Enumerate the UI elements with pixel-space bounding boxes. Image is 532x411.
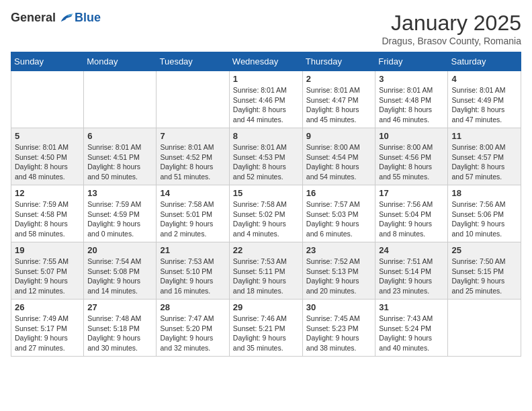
calendar-week-row: 1Sunrise: 8:01 AM Sunset: 4:46 PM Daylig… (11, 71, 521, 128)
calendar-cell: 24Sunrise: 7:51 AM Sunset: 5:14 PM Dayli… (375, 242, 448, 300)
day-number: 22 (233, 245, 299, 255)
calendar-week-row: 19Sunrise: 7:55 AM Sunset: 5:07 PM Dayli… (11, 242, 521, 300)
day-info: Sunrise: 7:50 AM Sunset: 5:15 PM Dayligh… (451, 257, 517, 296)
day-number: 14 (160, 188, 225, 198)
calendar-cell: 16Sunrise: 7:57 AM Sunset: 5:03 PM Dayli… (302, 185, 375, 242)
calendar-cell: 30Sunrise: 7:45 AM Sunset: 5:23 PM Dayli… (302, 300, 375, 357)
day-info: Sunrise: 7:53 AM Sunset: 5:11 PM Dayligh… (233, 257, 299, 296)
calendar-table: SundayMondayTuesdayWednesdayThursdayFrid… (11, 52, 521, 357)
calendar-cell: 7Sunrise: 8:01 AM Sunset: 4:52 PM Daylig… (157, 128, 229, 185)
day-number: 27 (87, 302, 152, 312)
day-info: Sunrise: 7:58 AM Sunset: 5:01 PM Dayligh… (160, 199, 225, 239)
calendar-cell: 29Sunrise: 7:46 AM Sunset: 5:21 PM Dayli… (229, 300, 302, 357)
day-info: Sunrise: 8:01 AM Sunset: 4:51 PM Dayligh… (87, 142, 152, 182)
day-number: 20 (87, 245, 152, 255)
day-number: 18 (451, 188, 517, 198)
day-info: Sunrise: 7:52 AM Sunset: 5:13 PM Dayligh… (306, 257, 372, 296)
day-info: Sunrise: 7:59 AM Sunset: 4:59 PM Dayligh… (87, 199, 152, 239)
day-number: 24 (379, 245, 444, 255)
day-number: 15 (233, 188, 299, 198)
calendar-cell (157, 71, 229, 128)
page-header: General Blue January 2025 Dragus, Brasov… (11, 11, 521, 46)
day-info: Sunrise: 8:01 AM Sunset: 4:53 PM Dayligh… (233, 142, 299, 182)
calendar-cell (11, 71, 84, 128)
day-number: 28 (160, 302, 225, 312)
calendar-cell: 5Sunrise: 8:01 AM Sunset: 4:50 PM Daylig… (11, 128, 84, 185)
calendar-cell: 10Sunrise: 8:00 AM Sunset: 4:56 PM Dayli… (375, 128, 448, 185)
day-info: Sunrise: 8:01 AM Sunset: 4:50 PM Dayligh… (15, 142, 80, 182)
day-info: Sunrise: 8:01 AM Sunset: 4:47 PM Dayligh… (306, 85, 372, 125)
weekday-header-thursday: Thursday (302, 52, 375, 71)
day-info: Sunrise: 7:57 AM Sunset: 5:03 PM Dayligh… (306, 199, 372, 239)
day-number: 5 (15, 131, 80, 141)
calendar-cell: 28Sunrise: 7:47 AM Sunset: 5:20 PM Dayli… (157, 300, 229, 357)
calendar-cell: 21Sunrise: 7:53 AM Sunset: 5:10 PM Dayli… (157, 242, 229, 300)
calendar-cell: 2Sunrise: 8:01 AM Sunset: 4:47 PM Daylig… (302, 71, 375, 128)
calendar-cell: 11Sunrise: 8:00 AM Sunset: 4:57 PM Dayli… (448, 128, 521, 185)
day-info: Sunrise: 7:56 AM Sunset: 5:06 PM Dayligh… (451, 199, 517, 239)
day-info: Sunrise: 8:00 AM Sunset: 4:54 PM Dayligh… (306, 142, 372, 182)
calendar-cell: 9Sunrise: 8:00 AM Sunset: 4:54 PM Daylig… (302, 128, 375, 185)
weekday-header-monday: Monday (84, 52, 157, 71)
calendar-cell: 26Sunrise: 7:49 AM Sunset: 5:17 PM Dayli… (11, 300, 84, 357)
day-number: 6 (87, 131, 152, 141)
calendar-cell: 1Sunrise: 8:01 AM Sunset: 4:46 PM Daylig… (229, 71, 302, 128)
day-info: Sunrise: 7:45 AM Sunset: 5:23 PM Dayligh… (306, 314, 372, 353)
calendar-cell: 19Sunrise: 7:55 AM Sunset: 5:07 PM Dayli… (11, 242, 84, 300)
day-info: Sunrise: 7:59 AM Sunset: 4:58 PM Dayligh… (15, 199, 80, 239)
day-number: 8 (233, 131, 299, 141)
day-number: 19 (15, 245, 80, 255)
day-info: Sunrise: 8:00 AM Sunset: 4:56 PM Dayligh… (379, 142, 444, 182)
day-info: Sunrise: 7:46 AM Sunset: 5:21 PM Dayligh… (233, 314, 299, 353)
calendar-cell: 22Sunrise: 7:53 AM Sunset: 5:11 PM Dayli… (229, 242, 302, 300)
calendar-cell: 15Sunrise: 7:58 AM Sunset: 5:02 PM Dayli… (229, 185, 302, 242)
logo: General Blue (11, 11, 101, 25)
day-number: 1 (233, 74, 299, 84)
day-number: 12 (15, 188, 80, 198)
calendar-cell: 4Sunrise: 8:01 AM Sunset: 4:49 PM Daylig… (448, 71, 521, 128)
calendar-cell: 14Sunrise: 7:58 AM Sunset: 5:01 PM Dayli… (157, 185, 229, 242)
day-info: Sunrise: 8:01 AM Sunset: 4:48 PM Dayligh… (379, 85, 444, 125)
calendar-cell: 8Sunrise: 8:01 AM Sunset: 4:53 PM Daylig… (229, 128, 302, 185)
day-number: 17 (379, 188, 444, 198)
calendar-cell (448, 300, 521, 357)
day-number: 10 (379, 131, 444, 141)
day-info: Sunrise: 8:01 AM Sunset: 4:46 PM Dayligh… (233, 85, 299, 125)
day-number: 26 (15, 302, 80, 312)
calendar-title: January 2025 (382, 11, 522, 36)
calendar-location: Dragus, Brasov County, Romania (382, 36, 522, 46)
weekday-header-wednesday: Wednesday (229, 52, 302, 71)
day-info: Sunrise: 7:48 AM Sunset: 5:18 PM Dayligh… (87, 314, 152, 353)
calendar-cell: 18Sunrise: 7:56 AM Sunset: 5:06 PM Dayli… (448, 185, 521, 242)
calendar-cell: 20Sunrise: 7:54 AM Sunset: 5:08 PM Dayli… (84, 242, 157, 300)
day-info: Sunrise: 7:43 AM Sunset: 5:24 PM Dayligh… (379, 314, 444, 353)
day-info: Sunrise: 8:00 AM Sunset: 4:57 PM Dayligh… (451, 142, 517, 182)
calendar-week-row: 26Sunrise: 7:49 AM Sunset: 5:17 PM Dayli… (11, 300, 521, 357)
logo-general-text: General (11, 11, 56, 25)
day-info: Sunrise: 7:53 AM Sunset: 5:10 PM Dayligh… (160, 257, 225, 296)
weekday-header-sunday: Sunday (11, 52, 84, 71)
day-number: 16 (306, 188, 372, 198)
calendar-cell: 31Sunrise: 7:43 AM Sunset: 5:24 PM Dayli… (375, 300, 448, 357)
day-number: 31 (379, 302, 444, 312)
day-info: Sunrise: 7:51 AM Sunset: 5:14 PM Dayligh… (379, 257, 444, 296)
calendar-week-row: 5Sunrise: 8:01 AM Sunset: 4:50 PM Daylig… (11, 128, 521, 185)
day-info: Sunrise: 7:56 AM Sunset: 5:04 PM Dayligh… (379, 199, 444, 239)
day-number: 4 (451, 74, 517, 84)
calendar-cell (84, 71, 157, 128)
day-info: Sunrise: 7:55 AM Sunset: 5:07 PM Dayligh… (15, 257, 80, 296)
calendar-cell: 12Sunrise: 7:59 AM Sunset: 4:58 PM Dayli… (11, 185, 84, 242)
weekday-header-saturday: Saturday (448, 52, 521, 71)
day-info: Sunrise: 8:01 AM Sunset: 4:49 PM Dayligh… (451, 85, 517, 125)
day-number: 25 (451, 245, 517, 255)
weekday-header-tuesday: Tuesday (157, 52, 229, 71)
day-info: Sunrise: 8:01 AM Sunset: 4:52 PM Dayligh… (160, 142, 225, 182)
day-number: 21 (160, 245, 225, 255)
calendar-cell: 27Sunrise: 7:48 AM Sunset: 5:18 PM Dayli… (84, 300, 157, 357)
day-number: 13 (87, 188, 152, 198)
day-info: Sunrise: 7:58 AM Sunset: 5:02 PM Dayligh… (233, 199, 299, 239)
day-number: 3 (379, 74, 444, 84)
day-number: 23 (306, 245, 372, 255)
day-info: Sunrise: 7:54 AM Sunset: 5:08 PM Dayligh… (87, 257, 152, 296)
day-number: 2 (306, 74, 372, 84)
